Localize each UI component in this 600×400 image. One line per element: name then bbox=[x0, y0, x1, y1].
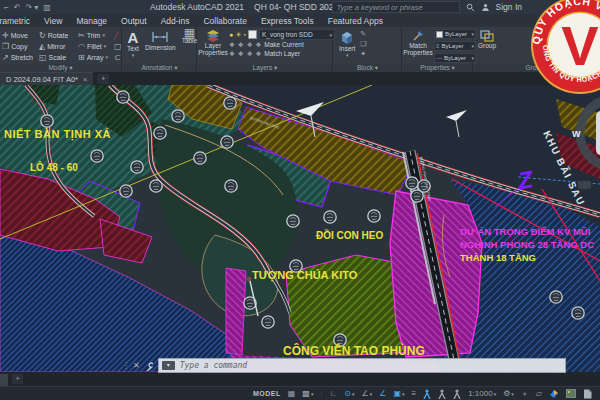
tab-featured-apps[interactable]: Featured Apps bbox=[328, 16, 383, 26]
block-edit-icon[interactable]: ✎ bbox=[360, 30, 366, 38]
snap-mode-button[interactable]: ▩▾ bbox=[302, 389, 313, 398]
layer-thaw-icon[interactable]: ☀ bbox=[235, 31, 241, 39]
label-du-an-line-1: DỰ ÁN TRỌNG ĐIỂM KV MŨI bbox=[460, 226, 590, 237]
table-button[interactable]: ▦ Table bbox=[182, 30, 198, 59]
viewcube-west-label[interactable]: W bbox=[572, 129, 581, 139]
autoscale-button[interactable] bbox=[438, 389, 446, 399]
match-layer-button[interactable]: Match Layer bbox=[264, 50, 300, 58]
offset-icon[interactable]: ⊂ bbox=[114, 52, 123, 63]
layer-properties-button[interactable]: Layer Properties bbox=[200, 29, 226, 58]
explode-icon[interactable]: ▢ bbox=[114, 41, 123, 52]
isolate-objects-button[interactable]: ▱ bbox=[536, 389, 542, 398]
command-bar[interactable]: ⋮ ✕ ▾ Type a command bbox=[122, 358, 566, 373]
polar-tracking-button[interactable]: ⊙▾ bbox=[344, 389, 354, 398]
make-current-button[interactable]: Make Current bbox=[264, 41, 303, 49]
annotation-scale-button[interactable] bbox=[453, 389, 461, 399]
dimension-button[interactable]: Dimension bbox=[145, 30, 176, 59]
linetype-dropdown[interactable]: —ByLayer▾ bbox=[434, 53, 476, 63]
erase-icon[interactable]: ╱ bbox=[114, 30, 123, 41]
layout-tab-partial[interactable] bbox=[0, 374, 8, 386]
hardware-acceleration-icon[interactable] bbox=[549, 389, 559, 399]
file-tab-name: D 2024.09.04 FIT A0* bbox=[6, 75, 78, 84]
scale-value-dropdown[interactable]: 1:1000▾ bbox=[468, 389, 496, 398]
layer-lock-icon[interactable]: ▪ bbox=[244, 31, 246, 38]
app-title: Autodesk AutoCAD 2021 bbox=[150, 2, 244, 12]
tab-parametric[interactable]: Parametric bbox=[0, 16, 30, 26]
lineweight-button[interactable]: ≡ bbox=[412, 389, 417, 398]
rotate-button[interactable]: ↻Rotate bbox=[39, 30, 78, 41]
layer-tools-row-2[interactable]: ❖❖❖❖ Match Layer bbox=[229, 50, 335, 58]
tab-express-tools[interactable]: Express Tools bbox=[261, 16, 314, 26]
grid-display-button[interactable]: ▦ bbox=[288, 389, 296, 398]
layer-on-icon[interactable]: ● bbox=[229, 31, 233, 38]
color-dropdown[interactable]: ByLayer▾ bbox=[434, 29, 476, 39]
block-attrib-icon[interactable]: ✦ bbox=[360, 50, 366, 58]
navbar-badge[interactable] bbox=[578, 181, 591, 189]
panel-label-modify[interactable]: Modify ▾ bbox=[0, 64, 121, 72]
isometric-drafting-button[interactable]: ∠▾ bbox=[362, 389, 373, 398]
group-button[interactable]: Group bbox=[478, 30, 496, 49]
layer-color-swatch[interactable] bbox=[248, 30, 257, 39]
new-drawing-tab-button[interactable]: + bbox=[97, 74, 109, 84]
layer-tools-row-1[interactable]: ❖❖❖❖ Make Current bbox=[229, 41, 335, 49]
command-input[interactable]: ▾ Type a command bbox=[158, 358, 566, 373]
command-bar-grip[interactable]: ⋮ bbox=[122, 361, 130, 370]
panel-label-layers[interactable]: Layers ▾ bbox=[198, 64, 332, 72]
performance-monitor-icon[interactable] bbox=[583, 389, 592, 399]
file-tab-active[interactable]: D 2024.09.04 FIT A0* × bbox=[0, 72, 93, 85]
ribbon: ✛Move ↻Rotate ✂Trim▾ ╱ ❐Copy ◭Mirror ◠Fi… bbox=[0, 27, 600, 72]
move-button[interactable]: ✛Move bbox=[2, 30, 39, 41]
undo-icon[interactable]: ↶ bbox=[14, 3, 21, 12]
block-define-icon[interactable]: ❑ bbox=[360, 40, 366, 48]
tab-output[interactable]: Output bbox=[121, 16, 147, 26]
panel-label-annotation[interactable]: Annotation ▾ bbox=[123, 64, 196, 72]
clean-screen-icon[interactable] bbox=[566, 389, 576, 398]
drawing-canvas[interactable]: NIẾT BÀN TỊNH XÁ LÔ 48 - 60 ĐỒI CON HEO … bbox=[0, 85, 600, 372]
ribbon-tab-row: Parametric View Manage Output Add-ins Co… bbox=[0, 14, 600, 27]
workspace-gear-button[interactable]: ⚙▾ bbox=[503, 389, 514, 398]
ortho-mode-button[interactable]: ∟ bbox=[330, 389, 338, 398]
match-properties-button[interactable]: Match Properties bbox=[405, 29, 431, 63]
tab-view[interactable]: View bbox=[44, 16, 62, 26]
command-bar-close-icon[interactable]: ✕ bbox=[133, 361, 140, 370]
object-snap-button[interactable]: ▣▾ bbox=[393, 389, 404, 398]
object-snap-tracking-button[interactable]: ∠ bbox=[379, 389, 386, 398]
mirror-button[interactable]: ◭Mirror bbox=[39, 41, 78, 52]
redo-icon[interactable]: ↷ ▾ bbox=[25, 3, 38, 12]
panel-label-properties[interactable]: Properties ▾ bbox=[403, 64, 472, 72]
stretch-button[interactable]: ↗Stretch bbox=[2, 52, 39, 63]
panel-label-block[interactable]: Block ▾ bbox=[334, 64, 401, 72]
text-button[interactable]: A Text▾ bbox=[127, 30, 139, 59]
copy-button[interactable]: ❐Copy bbox=[2, 41, 39, 52]
layer-dropdown[interactable]: K_vong tron SDD▾ bbox=[259, 29, 335, 40]
scale-button[interactable]: ◱Scale bbox=[39, 52, 78, 63]
share-icon[interactable]: ⌐ bbox=[4, 3, 9, 12]
annotation-visibility-button[interactable] bbox=[423, 389, 431, 399]
status-bar: MODEL ▦ ▩▾ | ∟ ⊙▾ ∠▾ ∠ ▣▾ ≡ 1:1000▾ ⚙▾ ＋… bbox=[0, 386, 600, 400]
model-space-button[interactable]: MODEL bbox=[253, 390, 281, 397]
lineweight-dropdown[interactable]: ≡ByLayer▾ bbox=[434, 41, 476, 51]
trim-button[interactable]: ✂Trim▾ bbox=[78, 30, 114, 41]
sign-in-button[interactable]: Sign In bbox=[496, 2, 522, 12]
help-search-input[interactable]: Type a keyword or phrase bbox=[332, 1, 460, 13]
tab-add-ins[interactable]: Add-ins bbox=[161, 16, 190, 26]
label-du-an-line-2: NGHINH PHONG 28 TẦNG DC bbox=[460, 239, 594, 250]
file-tab-bar: D 2024.09.04 FIT A0* × + bbox=[0, 72, 600, 85]
fillet-button[interactable]: ◠Fillet▾ bbox=[78, 41, 114, 52]
label-niet-ban-tinh-xa: NIẾT BÀN TỊNH XÁ bbox=[4, 128, 111, 141]
array-button[interactable]: ⊞Array▾ bbox=[78, 52, 114, 63]
file-tab-close-icon[interactable]: × bbox=[83, 75, 87, 84]
recent-commands-icon[interactable]: ▾ bbox=[162, 361, 175, 370]
layer-stack-icon bbox=[206, 29, 221, 42]
customization-plus-button[interactable]: ＋ bbox=[521, 388, 529, 399]
command-customize-wrench-icon[interactable] bbox=[144, 361, 154, 371]
tab-manage[interactable]: Manage bbox=[76, 16, 107, 26]
search-history-arrow[interactable]: ▸ bbox=[323, 4, 326, 10]
user-icon[interactable] bbox=[481, 3, 490, 12]
insert-button[interactable]: Insert▾ bbox=[339, 30, 355, 59]
search-icon[interactable] bbox=[466, 3, 475, 12]
tab-collaborate[interactable]: Collaborate bbox=[203, 16, 246, 26]
plot-icon[interactable]: ▥ bbox=[43, 3, 51, 12]
new-layout-button[interactable]: + bbox=[12, 374, 23, 384]
quick-access-toolbar[interactable]: ⌐ ↶ ↷ ▾ ▥ bbox=[4, 3, 51, 12]
